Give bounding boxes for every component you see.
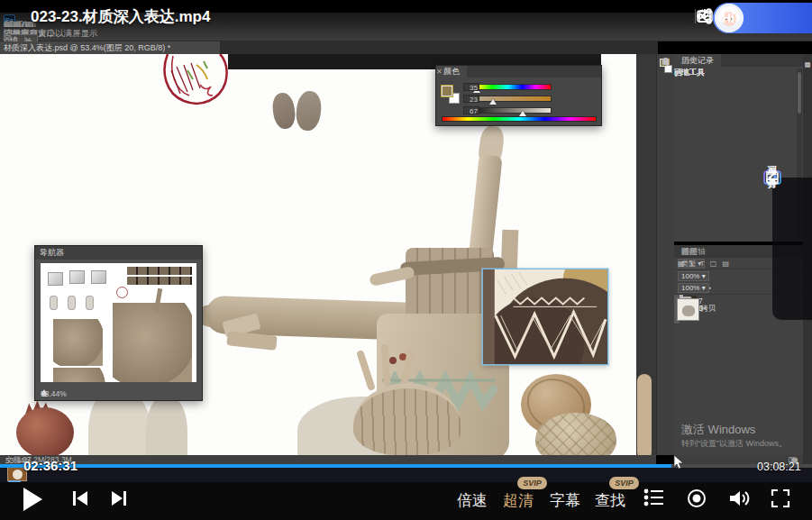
video-player-app: Ps 文件(F)编辑(E)图像(I)图层(L)文字(Y)选择(S)滤镜(T)3D…: [0, 0, 812, 520]
clay-stone: [295, 90, 323, 132]
red-sketch-drawing: [160, 54, 229, 106]
subtitle-button[interactable]: 字幕: [550, 490, 580, 511]
close-icon[interactable]: ✕: [436, 68, 442, 76]
total-time: 03:08:21: [757, 461, 801, 473]
tab-close-icon[interactable]: ×: [9, 43, 14, 52]
artwork-stick: [356, 350, 376, 391]
current-time: 02:36:31: [23, 458, 78, 473]
history-panel-header: 历史记录 动作: [674, 54, 803, 67]
layers-panel-tab[interactable]: 时间轴: [674, 245, 713, 258]
account-label: Hi: [722, 11, 734, 25]
color-spectrum-ramp[interactable]: [442, 116, 597, 122]
reference-detail-view[interactable]: [482, 269, 608, 365]
artwork-berry: [389, 357, 397, 364]
color-panel-header[interactable]: 颜色 ✕: [436, 66, 601, 78]
navigator-zoom-bar: 53.44% ▲ ▲: [35, 386, 202, 401]
artwork-pot: [535, 413, 616, 455]
color-panel[interactable]: 颜色 ✕ H35 S23 B67: [435, 65, 602, 126]
windows-taskbar: [0, 466, 812, 482]
side-button-dock: AI看 课件 展开: [772, 178, 812, 320]
windows-activation-watermark: 激活 Windows: [681, 422, 755, 438]
layer-thumbnail[interactable]: [677, 298, 699, 321]
layer-row[interactable]: [674, 295, 680, 324]
speed-button[interactable]: 倍速: [457, 490, 488, 511]
ps-toolbox: ✛▢✇✂✐▧✎✑✏▨◧◔◑✒T◳∿✥ ▣⊡◍: [656, 54, 674, 455]
zoom-in-large-icon[interactable]: ▲: [41, 389, 49, 398]
progress-played: [0, 464, 671, 468]
pomegranate: [16, 407, 74, 455]
chevron-right-icon: ›: [716, 12, 720, 25]
tab-actions[interactable]: 动作: [674, 54, 705, 67]
quality-button[interactable]: 超清: [503, 490, 534, 511]
svip-badge: SVIP: [517, 477, 547, 489]
saturation-value[interactable]: 23: [463, 95, 479, 103]
player-top-icons: [695, 5, 704, 27]
clay-stone: [270, 92, 297, 131]
color-swatches[interactable]: [442, 86, 460, 104]
ps-tool-icon[interactable]: ◍: [659, 56, 673, 68]
video-title: 023-23.材质深入表达.mp4: [31, 6, 210, 27]
opacity-select[interactable]: 100% ▾: [678, 271, 709, 281]
windows-activation-watermark-sub: 转到“设置”以激活 Windows。: [681, 438, 787, 450]
cast-icon[interactable]: [695, 6, 715, 26]
collapsed-panel-icon[interactable]: ▣: [805, 61, 811, 68]
navigator-title-bar[interactable]: 导航器 ✕: [35, 246, 202, 260]
brightness-value[interactable]: 67: [463, 106, 479, 114]
filter-type-icons[interactable]: ▦ ◐ T ▢ ▤: [678, 260, 731, 268]
progress-bar[interactable]: [0, 464, 812, 468]
artwork-shape: [146, 397, 187, 455]
navigator-panel[interactable]: 导航器 ✕ 53.44% ▲ ▲: [34, 245, 203, 401]
find-button[interactable]: 查找: [595, 490, 625, 511]
account-button[interactable]: Hi ›: [713, 3, 812, 33]
brush-cursor-ring: [116, 287, 128, 298]
artwork-shape: [637, 374, 652, 460]
svip-badge: SVIP: [609, 477, 639, 489]
navigator-preview[interactable]: [41, 263, 196, 382]
hue-value[interactable]: 35: [463, 83, 479, 91]
close-icon[interactable]: ✕: [40, 249, 47, 258]
fill-select[interactable]: 100% ▾: [678, 283, 709, 293]
ps-document-tab[interactable]: 材质深入表达.psd @ 53.4%(图层 20, RGB/8) * ×: [0, 41, 220, 54]
foreground-color-swatch[interactable]: [442, 86, 452, 96]
